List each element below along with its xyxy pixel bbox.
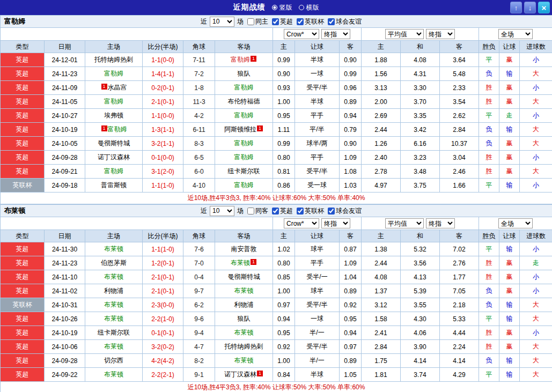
avg-home-cell: 1.88 bbox=[362, 53, 401, 67]
score-cell: 2-1(0-1) bbox=[143, 270, 183, 284]
topbar: 近期战绩 竖版 横版 ↑ ↓ × bbox=[0, 0, 552, 15]
league-checkbox-1-input[interactable] bbox=[272, 208, 279, 215]
team-name: 布莱顿 bbox=[4, 206, 25, 216]
league-checkbox-3[interactable]: 球会友谊 bbox=[326, 17, 362, 26]
home-odds-cell: 0.95 bbox=[273, 326, 295, 340]
handicap-result-cell: 输 bbox=[499, 354, 520, 368]
league-cell: 英联杯 bbox=[1, 179, 45, 193]
date-cell: 24-11-05 bbox=[45, 95, 85, 109]
avg-draw-cell: 3.23 bbox=[401, 151, 440, 165]
avg-away-cell: 4.29 bbox=[440, 368, 479, 382]
handicap-line-cell: 半/一 bbox=[295, 354, 340, 368]
team-name-text: 布莱顿 bbox=[104, 301, 123, 308]
league-checkbox-1-input[interactable] bbox=[272, 18, 279, 25]
score-cell: 0-1(0-0) bbox=[143, 151, 183, 165]
league-checkbox-2[interactable]: 英联杯 bbox=[295, 206, 324, 216]
avg-away-cell: 5.48 bbox=[440, 67, 479, 81]
same-venue-checkbox-input[interactable] bbox=[247, 18, 254, 25]
avg-away-cell: 2.76 bbox=[440, 256, 479, 270]
final-odds-select[interactable]: 终指 bbox=[321, 218, 350, 228]
avg-home-cell: 1.37 bbox=[362, 284, 401, 298]
score-cell: 3-2(0-2) bbox=[143, 340, 183, 354]
league-cell: 英超 bbox=[1, 270, 45, 284]
match-row: 英超24-10-06布莱顿3-2(0-2)4-7托特纳姆热刺0.92受平/半0.… bbox=[1, 340, 552, 354]
final-odds-select-2[interactable]: 终指 bbox=[426, 29, 455, 39]
away-odds-cell: 0.89 bbox=[340, 354, 362, 368]
final-odds-select-2[interactable]: 终指 bbox=[426, 218, 455, 228]
league-cell: 英超 bbox=[1, 151, 45, 165]
radio-vertical-layout[interactable]: 竖版 bbox=[272, 3, 292, 12]
league-checkbox-3-input[interactable] bbox=[328, 18, 335, 25]
handicap-result-cell: 赢 bbox=[499, 326, 520, 340]
scope-select[interactable]: 全场 bbox=[498, 29, 533, 39]
final-odds-select[interactable]: 终指 bbox=[321, 29, 350, 39]
same-venue-checkbox[interactable]: 同客 bbox=[245, 206, 268, 216]
match-row: 英超24-11-23富勒姆1-4(1-1)7-2狼队0.90一球0.991.56… bbox=[1, 67, 552, 81]
corners-cell: 6-11 bbox=[183, 123, 215, 137]
close-button[interactable]: × bbox=[538, 2, 550, 13]
league-checkbox-2-input[interactable] bbox=[297, 18, 304, 25]
goals-result-cell: 大 bbox=[520, 312, 552, 326]
date-cell: 24-09-18 bbox=[45, 179, 85, 193]
date-cell: 24-11-30 bbox=[45, 242, 85, 256]
same-venue-checkbox[interactable]: 同主 bbox=[245, 17, 268, 26]
handicap-result-cell: 赢 bbox=[499, 270, 520, 284]
goals-result-cell: 大 bbox=[520, 95, 552, 109]
bookmaker-select[interactable]: Crow* bbox=[284, 29, 319, 39]
same-venue-checkbox-input[interactable] bbox=[247, 208, 254, 215]
league-checkbox-3[interactable]: 球会友谊 bbox=[326, 206, 362, 216]
match-count-select[interactable]: 10 bbox=[210, 206, 234, 216]
match-result-cell: 负 bbox=[479, 67, 499, 81]
match-count-select[interactable]: 10 bbox=[210, 17, 234, 27]
team-name-text: 富勒姆1 bbox=[231, 56, 257, 63]
away-team-cell: 狼队 bbox=[215, 312, 273, 326]
away-team-cell: 南安普敦 bbox=[215, 242, 273, 256]
column-header: 客 bbox=[440, 230, 479, 242]
home-team-cell: 诺丁汉森林 bbox=[85, 151, 143, 165]
team-name-text: 布莱顿 bbox=[234, 357, 254, 364]
handicap-result-cell: 输 bbox=[499, 312, 520, 326]
score-cell: 1-1(0-0) bbox=[143, 53, 183, 67]
average-odds-select[interactable]: 平均值 bbox=[385, 218, 424, 228]
match-result-cell: 负 bbox=[479, 123, 499, 137]
average-odds-select[interactable]: 平均值 bbox=[385, 29, 424, 39]
home-team-cell: 布莱顿 bbox=[85, 368, 143, 382]
column-header: 角球 bbox=[183, 41, 215, 53]
scope-select[interactable]: 全场 bbox=[498, 218, 533, 228]
avg-draw-cell: 5.32 bbox=[401, 242, 440, 256]
team-header-row: 富勒姆近10场同主英超英联杯球会友谊 bbox=[1, 16, 552, 28]
radio-selected-icon bbox=[272, 5, 277, 10]
match-result-cell: 胜 bbox=[479, 256, 499, 270]
score-cell: 1-1(1-0) bbox=[143, 242, 183, 256]
avg-home-cell: 2.00 bbox=[362, 95, 401, 109]
league-checkbox-1[interactable]: 英超 bbox=[270, 17, 293, 26]
team-name-text: 托特纳姆热刺 bbox=[225, 343, 263, 350]
bookmaker-select[interactable]: Crow* bbox=[284, 218, 319, 228]
column-header: 日期 bbox=[45, 41, 85, 53]
scroll-up-button[interactable]: ↑ bbox=[510, 2, 522, 13]
league-checkbox-3-input[interactable] bbox=[328, 208, 335, 215]
score-cell: 2-3(0-0) bbox=[143, 298, 183, 312]
league-checkbox-2-input[interactable] bbox=[297, 208, 304, 215]
goals-result-cell: 小 bbox=[520, 151, 552, 165]
league-checkbox-2[interactable]: 英联杯 bbox=[295, 17, 324, 26]
team-name-text: 纽卡斯尔联 bbox=[98, 329, 130, 336]
column-header: 日期 bbox=[45, 230, 85, 242]
topbar-buttons: ↑ ↓ × bbox=[510, 2, 550, 13]
away-team-cell: 富勒姆 bbox=[215, 151, 273, 165]
team-section-1: 富勒姆近10场同主英超英联杯球会友谊Crow*终指平均值终指全场类型日期主场比分… bbox=[0, 15, 552, 204]
team-name-text: 富勒姆 bbox=[104, 98, 123, 105]
league-cell: 英超 bbox=[1, 165, 45, 179]
match-result-cell: 胜 bbox=[479, 340, 499, 354]
column-header-row: 类型日期主场比分(半场)角球客场主让球客主和客胜负让球进球数 bbox=[1, 230, 552, 242]
league-checkbox-1[interactable]: 英超 bbox=[270, 206, 293, 216]
avg-draw-cell: 4.06 bbox=[401, 326, 440, 340]
handicap-result-cell: 赢 bbox=[499, 165, 520, 179]
match-row: 英超24-09-28诺丁汉森林0-1(0-0)6-5富勒姆0.80平手1.092… bbox=[1, 151, 552, 165]
home-odds-cell: 0.90 bbox=[273, 67, 295, 81]
away-team-cell: 富勒姆 bbox=[215, 137, 273, 151]
scroll-down-button[interactable]: ↓ bbox=[524, 2, 536, 13]
home-team-cell: 埃弗顿 bbox=[85, 109, 143, 123]
radio-horizontal-layout[interactable]: 横版 bbox=[299, 3, 319, 12]
avg-home-cell: 4.97 bbox=[362, 179, 401, 193]
